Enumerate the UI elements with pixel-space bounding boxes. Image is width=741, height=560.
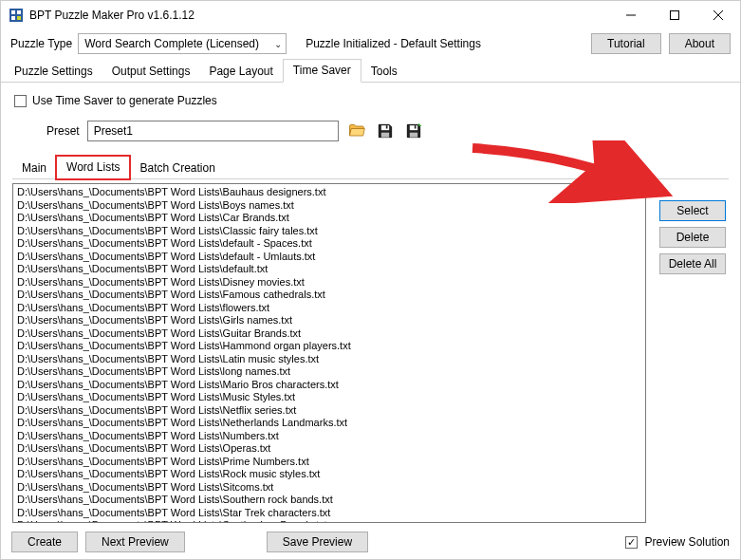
list-item[interactable]: D:\Users\hans_\Documents\BPT Word Lists\… [17, 481, 641, 495]
main-tabs: Puzzle SettingsOutput SettingsPage Layou… [1, 58, 740, 83]
list-item[interactable]: D:\Users\hans_\Documents\BPT Word Lists\… [17, 456, 641, 469]
maximize-button[interactable] [653, 1, 696, 29]
list-item[interactable]: D:\Users\hans_\Documents\BPT Word Lists\… [17, 507, 641, 520]
list-item[interactable]: D:\Users\hans_\Documents\BPT Word Lists\… [17, 276, 641, 289]
list-item[interactable]: D:\Users\hans_\Documents\BPT Word Lists\… [17, 340, 641, 353]
list-item[interactable]: D:\Users\hans_\Documents\BPT Word Lists\… [17, 314, 641, 327]
svg-rect-12 [410, 125, 417, 130]
list-item[interactable]: D:\Users\hans_\Documents\BPT Word Lists\… [17, 430, 641, 443]
list-item[interactable]: D:\Users\hans_\Documents\BPT Word Lists\… [17, 353, 641, 366]
svg-rect-4 [17, 16, 21, 20]
list-item[interactable]: D:\Users\hans_\Documents\BPT Word Lists\… [17, 212, 641, 225]
save-button[interactable] [375, 121, 396, 141]
title-bar: BPT Puzzle Maker Pro v1.6.1.12 [1, 1, 740, 29]
list-item[interactable]: D:\Users\hans_\Documents\BPT Word Lists\… [17, 263, 641, 276]
minimize-button[interactable] [609, 1, 653, 29]
svg-rect-3 [11, 16, 15, 20]
tab-time-saver[interactable]: Time Saver [283, 59, 361, 83]
close-button[interactable] [696, 1, 740, 29]
list-item[interactable]: D:\Users\hans_\Documents\BPT Word Lists\… [17, 519, 641, 523]
preset-label: Preset [46, 124, 80, 138]
list-item[interactable]: D:\Users\hans_\Documents\BPT Word Lists\… [17, 417, 641, 430]
svg-rect-14 [415, 125, 417, 128]
tutorial-button[interactable]: Tutorial [591, 33, 661, 54]
svg-rect-13 [410, 133, 417, 138]
about-button[interactable]: About [669, 33, 731, 54]
word-list-listbox[interactable]: D:\Users\hans_\Documents\BPT Word Lists\… [12, 183, 646, 523]
status-text: Puzzle Initialized - Default Settings [306, 37, 481, 50]
puzzle-type-value: Word Search Complete (Licensed) [84, 37, 259, 50]
puzzle-type-label: Puzzle Type [10, 37, 72, 50]
delete-button[interactable]: Delete [659, 227, 726, 248]
chevron-down-icon: ⌄ [274, 39, 282, 49]
list-item[interactable]: D:\Users\hans_\Documents\BPT Word Lists\… [17, 365, 641, 379]
svg-rect-2 [17, 10, 21, 14]
svg-rect-1 [11, 10, 15, 14]
preset-input[interactable] [87, 121, 339, 141]
list-item[interactable]: D:\Users\hans_\Documents\BPT Word Lists\… [17, 302, 641, 315]
window-controls [609, 1, 740, 29]
create-button[interactable]: Create [11, 532, 78, 552]
use-time-saver-checkbox[interactable] [14, 95, 27, 107]
preview-solution-checkbox[interactable] [625, 536, 638, 549]
list-item[interactable]: D:\Users\hans_\Documents\BPT Word Lists\… [17, 225, 641, 238]
list-item[interactable]: D:\Users\hans_\Documents\BPT Word Lists\… [17, 199, 641, 213]
list-item[interactable]: D:\Users\hans_\Documents\BPT Word Lists\… [17, 251, 641, 264]
top-toolbar: Puzzle Type Word Search Complete (Licens… [1, 29, 740, 58]
open-folder-button[interactable] [346, 121, 367, 141]
delete-all-button[interactable]: Delete All [659, 253, 726, 274]
sub-tabs: MainWord ListsBatch Creation [12, 155, 729, 179]
use-time-saver-label: Use Time Saver to generate Puzzles [32, 94, 217, 107]
app-icon [9, 8, 24, 23]
svg-rect-6 [671, 11, 679, 20]
list-item[interactable]: D:\Users\hans_\Documents\BPT Word Lists\… [17, 468, 641, 481]
tab-output-settings[interactable]: Output Settings [102, 61, 200, 83]
window-title: BPT Puzzle Maker Pro v1.6.1.12 [29, 9, 195, 22]
tab-puzzle-settings[interactable]: Puzzle Settings [5, 61, 102, 83]
svg-rect-10 [381, 133, 389, 138]
save-as-button[interactable] [403, 121, 424, 141]
puzzle-type-combo[interactable]: Word Search Complete (Licensed) ⌄ [78, 33, 287, 54]
list-item[interactable]: D:\Users\hans_\Documents\BPT Word Lists\… [17, 237, 641, 251]
list-item[interactable]: D:\Users\hans_\Documents\BPT Word Lists\… [17, 327, 641, 341]
subtab-word-lists[interactable]: Word Lists [56, 156, 130, 179]
save-preview-button[interactable]: Save Preview [267, 532, 368, 552]
list-item[interactable]: D:\Users\hans_\Documents\BPT Word Lists\… [17, 494, 641, 507]
list-item[interactable]: D:\Users\hans_\Documents\BPT Word Lists\… [17, 186, 641, 199]
svg-rect-9 [381, 125, 389, 130]
list-item[interactable]: D:\Users\hans_\Documents\BPT Word Lists\… [17, 289, 641, 302]
subtab-main[interactable]: Main [12, 158, 56, 179]
tab-page-layout[interactable]: Page Layout [199, 61, 282, 83]
subtab-batch-creation[interactable]: Batch Creation [130, 158, 224, 179]
preview-solution-label: Preview Solution [645, 535, 730, 549]
list-item[interactable]: D:\Users\hans_\Documents\BPT Word Lists\… [17, 404, 641, 418]
next-preview-button[interactable]: Next Preview [85, 532, 185, 552]
footer: Create Next Preview Save Preview Preview… [11, 532, 730, 552]
list-item[interactable]: D:\Users\hans_\Documents\BPT Word Lists\… [17, 379, 641, 392]
list-item[interactable]: D:\Users\hans_\Documents\BPT Word Lists\… [17, 442, 641, 456]
svg-rect-11 [386, 125, 388, 128]
select-button[interactable]: Select [659, 200, 726, 221]
tab-tools[interactable]: Tools [361, 61, 407, 83]
list-item[interactable]: D:\Users\hans_\Documents\BPT Word Lists\… [17, 391, 641, 404]
